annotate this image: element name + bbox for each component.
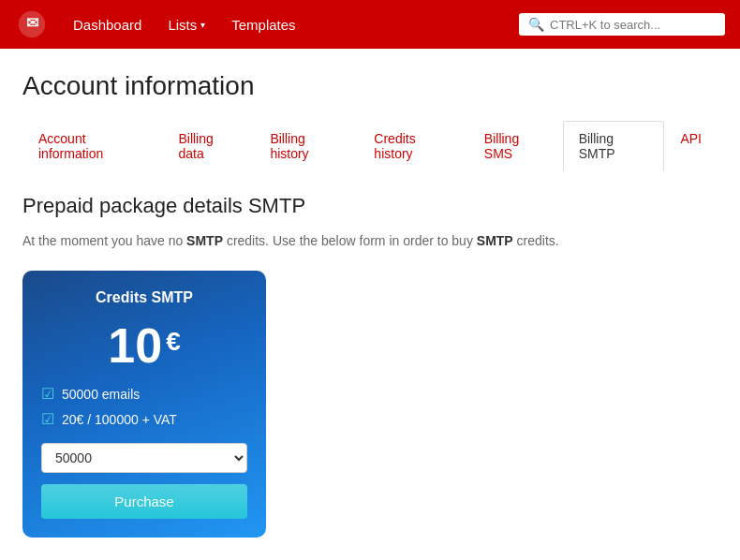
card-price: 10 € xyxy=(41,321,247,370)
lists-dropdown-icon: ▾ xyxy=(200,20,205,30)
logo[interactable]: ✉ xyxy=(15,7,49,41)
nav-templates[interactable]: Templates xyxy=(222,11,304,38)
credits-quantity-select[interactable]: 50000 100000 200000 xyxy=(41,443,247,473)
search-bar[interactable]: 🔍 xyxy=(519,13,725,36)
tab-billing-sms[interactable]: Billing SMS xyxy=(468,121,563,171)
card-price-amount: 10 xyxy=(108,321,162,370)
tab-account-info[interactable]: Account information xyxy=(22,121,162,171)
check-icon-rate: ☑ xyxy=(41,410,54,428)
card-feature-emails: ☑ 50000 emails xyxy=(41,385,247,403)
tab-billing-data[interactable]: Billing data xyxy=(162,121,254,171)
page-title: Account information xyxy=(22,71,718,101)
card-price-currency: € xyxy=(166,327,181,357)
search-input[interactable] xyxy=(550,18,716,32)
section-title: Prepaid package details SMTP xyxy=(22,194,718,218)
svg-text:✉: ✉ xyxy=(26,15,39,31)
nav-lists[interactable]: Lists ▾ xyxy=(158,11,215,38)
card-features-list: ☑ 50000 emails ☑ 20€ / 100000 + VAT xyxy=(41,385,247,428)
tab-credits-history[interactable]: Credits history xyxy=(358,121,467,171)
logo-icon: ✉ xyxy=(17,9,47,39)
search-icon: 🔍 xyxy=(528,17,544,32)
card-title: Credits SMTP xyxy=(41,289,247,306)
tabs-bar: Account information Billing data Billing… xyxy=(22,120,718,171)
nav-dashboard[interactable]: Dashboard xyxy=(64,11,151,38)
smtp-credits-card: Credits SMTP 10 € ☑ 50000 emails ☑ 20€ /… xyxy=(22,271,266,538)
info-text: At the moment you have no SMTP credits. … xyxy=(22,233,718,248)
check-icon-emails: ☑ xyxy=(41,385,54,403)
tab-billing-history[interactable]: Billing history xyxy=(254,121,358,171)
purchase-button[interactable]: Purchase xyxy=(41,484,247,519)
tab-api[interactable]: API xyxy=(664,121,718,171)
tab-billing-smtp[interactable]: Billing SMTP xyxy=(563,121,665,171)
navbar: ✉ Dashboard Lists ▾ Templates 🔍 xyxy=(0,0,740,49)
card-feature-rate: ☑ 20€ / 100000 + VAT xyxy=(41,410,247,428)
page-container: Account information Account information … xyxy=(0,49,740,538)
